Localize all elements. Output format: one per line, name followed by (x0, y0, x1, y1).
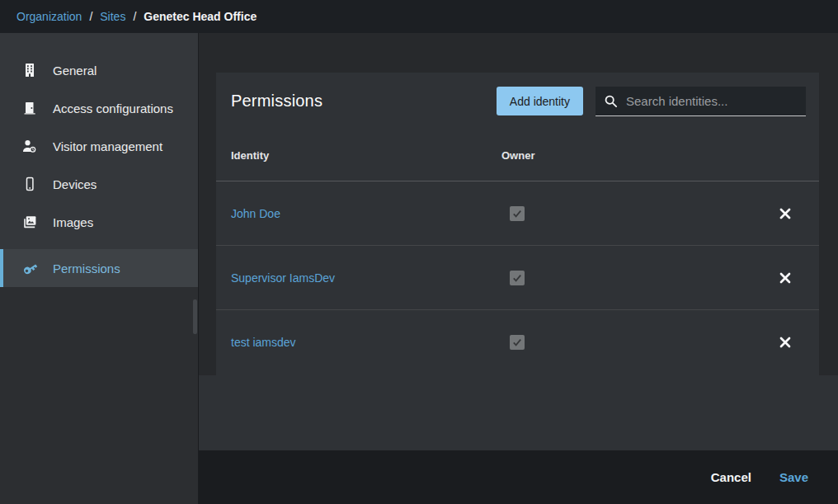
table-row: Supervisor IamsDev (216, 246, 819, 310)
column-header-owner: Owner (501, 149, 819, 162)
identity-link[interactable]: John Doe (231, 207, 280, 220)
search-box[interactable] (596, 87, 806, 116)
sidebar-item-general[interactable]: General (0, 51, 198, 89)
sidebar-item-label: Access configurations (53, 101, 173, 115)
building-icon (21, 61, 39, 79)
breadcrumb-separator: / (133, 10, 136, 23)
table-row: test iamsdev (216, 310, 819, 374)
smartphone-icon (21, 175, 39, 193)
sidebar-menu: General Access configurations Visitor ma… (0, 33, 198, 287)
identity-link[interactable]: test iamsdev (231, 336, 296, 349)
action-bar: Cancel Save (199, 450, 838, 504)
close-icon (779, 208, 791, 219)
main-content: Permissions Add identity Identity Owner … (199, 33, 838, 504)
save-button[interactable]: Save (779, 470, 808, 484)
sidebar-item-label: Visitor management (53, 139, 162, 153)
content-spacer (199, 375, 838, 450)
sidebar: General Access configurations Visitor ma… (0, 33, 199, 504)
table-row: John Doe (216, 181, 819, 246)
close-icon (779, 272, 791, 284)
breadcrumb-organization[interactable]: Organization (16, 10, 82, 23)
cancel-button[interactable]: Cancel (711, 470, 751, 484)
check-icon (511, 337, 523, 348)
owner-checkbox[interactable] (510, 271, 525, 285)
identity-link[interactable]: Supervisor IamsDev (231, 271, 335, 285)
app-root: Organization / Sites / Genetec Head Offi… (0, 0, 838, 504)
add-identity-button[interactable]: Add identity (497, 87, 583, 115)
images-icon (21, 213, 39, 231)
permissions-panel: Permissions Add identity Identity Owner … (216, 73, 819, 375)
sidebar-item-visitor-management[interactable]: Visitor management (0, 127, 198, 165)
page-title: Permissions (229, 92, 322, 111)
breadcrumb-current: Genetec Head Office (144, 10, 257, 23)
check-icon (511, 272, 523, 284)
sidebar-item-devices[interactable]: Devices (0, 165, 198, 203)
remove-identity-button[interactable] (776, 205, 794, 223)
sidebar-scrollbar-thumb[interactable] (193, 299, 197, 334)
key-icon (21, 259, 39, 277)
sidebar-item-access-configurations[interactable]: Access configurations (0, 89, 198, 127)
owner-checkbox[interactable] (510, 335, 525, 350)
door-icon (21, 99, 39, 117)
sidebar-item-label: General (53, 64, 97, 78)
owner-checkbox[interactable] (510, 206, 525, 221)
sidebar-item-images[interactable]: Images (0, 203, 198, 241)
breadcrumb-separator: / (89, 10, 92, 23)
column-header-identity: Identity (216, 149, 501, 162)
search-icon (604, 94, 618, 108)
breadcrumb-sites[interactable]: Sites (100, 10, 125, 23)
table-header: Identity Owner (216, 130, 819, 181)
check-icon (511, 208, 523, 219)
close-icon (779, 337, 791, 348)
sidebar-item-label: Permissions (53, 261, 120, 276)
remove-identity-button[interactable] (776, 269, 794, 287)
panel-header: Permissions Add identity (216, 73, 819, 130)
permissions-card-wrapper: Permissions Add identity Identity Owner … (199, 33, 838, 375)
sidebar-item-label: Devices (53, 177, 97, 191)
sidebar-item-permissions[interactable]: Permissions (0, 249, 198, 287)
breadcrumb: Organization / Sites / Genetec Head Offi… (0, 0, 838, 33)
search-input[interactable] (626, 94, 798, 108)
person-clock-icon (21, 137, 39, 155)
remove-identity-button[interactable] (776, 333, 794, 351)
sidebar-item-label: Images (53, 215, 93, 229)
